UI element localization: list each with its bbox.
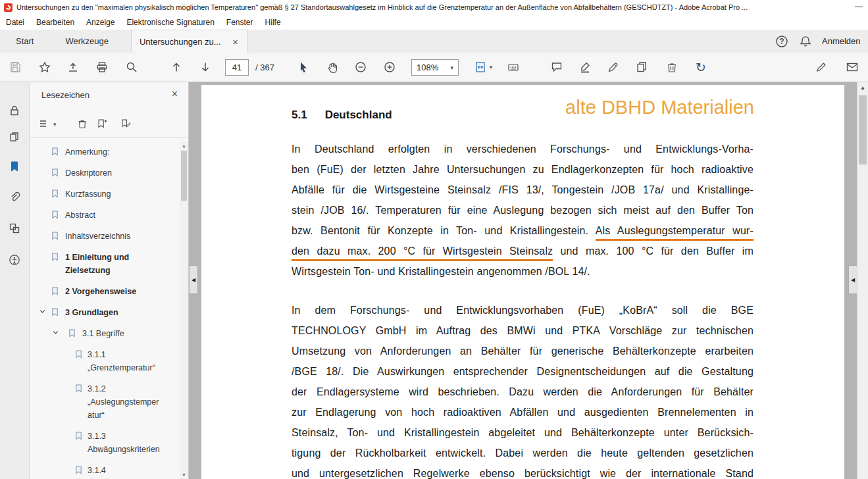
bookmark-item[interactable]: Deskriptoren <box>30 163 179 184</box>
share-button[interactable] <box>62 56 84 78</box>
envelope-icon <box>846 61 859 74</box>
layers-button[interactable] <box>4 218 25 239</box>
document-line: den dazu max. 200 °C für Wirtsgestein St… <box>292 241 753 261</box>
document-line: In Deutschland erfolgten in verschiedene… <box>292 139 753 159</box>
text-run: stein /JOB 16/. Temperaturen für eine Au… <box>292 205 753 216</box>
select-tool-button[interactable] <box>292 56 315 78</box>
bookmark-item[interactable]: Anmerkung: <box>30 141 179 163</box>
sign-button[interactable] <box>602 56 625 78</box>
collapse-right-panel-handle[interactable]: ◀ <box>848 265 857 294</box>
scrollbar-thumb[interactable] <box>859 95 867 164</box>
bookmark-icon <box>74 465 84 475</box>
hand-tool-button[interactable] <box>321 56 344 78</box>
chevron-down-icon: ▾ <box>490 64 493 70</box>
comment-button[interactable] <box>546 56 568 78</box>
bookmark-icon <box>51 210 60 220</box>
scroll-down-icon[interactable]: ▼ <box>180 470 188 479</box>
bookmark-item[interactable]: 3.1.4 <box>30 460 179 479</box>
page-thumbnails-button[interactable] <box>4 126 25 147</box>
tab-document[interactable]: Untersuchungen zu... × <box>131 30 248 53</box>
security-settings-button[interactable] <box>4 100 25 121</box>
new-bookmark-button[interactable] <box>93 114 111 133</box>
scroll-up-icon[interactable]: ▲ <box>857 82 868 93</box>
bookmark-item[interactable]: 1 Einleitung und Zielsetzung <box>30 247 179 281</box>
touch-mode-button[interactable] <box>502 56 524 78</box>
document-line: Umsetzung von Anforderungen an Behälter … <box>292 341 753 361</box>
save-icon <box>9 61 22 74</box>
bookmark-item[interactable]: Kurzfassung <box>30 184 179 205</box>
pages-icon <box>635 61 648 74</box>
section-number: 5.1 <box>292 109 307 122</box>
tab-close-icon[interactable]: × <box>231 36 240 47</box>
bookmark-item[interactable]: 3.1 Begriffe <box>30 323 179 344</box>
menu-item-bearbeiten[interactable]: Bearbeiten <box>30 14 80 30</box>
fit-width-button[interactable]: ▾ <box>468 56 498 78</box>
bookmarks-toolbar: ▾ <box>30 110 188 138</box>
menu-item-hilfe[interactable]: Hilfe <box>259 14 287 30</box>
text-run: und untergesetzlichen Regelwerke ebenso … <box>292 468 753 479</box>
pdf-page: alte DBHD Materialien 5.1Deutschland In … <box>201 85 844 479</box>
star-icon <box>38 61 51 74</box>
menu-item-anzeige[interactable]: Anzeige <box>80 14 120 30</box>
attachments-button[interactable] <box>4 186 25 207</box>
link-tool-button[interactable] <box>810 56 832 78</box>
delete-pages-button[interactable] <box>661 56 683 78</box>
scrollbar-thumb[interactable] <box>181 151 187 201</box>
tab-start[interactable]: Start <box>0 30 49 53</box>
bookmark-label: Deskriptoren <box>65 166 172 180</box>
rotate-pages-button[interactable]: ↻ <box>690 56 712 78</box>
panel-close-icon[interactable]: × <box>172 89 178 99</box>
bookmark-item[interactable]: 3.1.3 Abwägungskriterien <box>30 426 179 460</box>
previous-page-button[interactable] <box>165 56 188 78</box>
text-run: zur Endlagerung von hoch radioaktiven Ab… <box>292 407 753 418</box>
rotate-icon: ↻ <box>696 60 706 75</box>
zoom-out-icon <box>354 61 367 74</box>
menu-item-elektronische-signaturen[interactable]: Elektronische Signaturen <box>120 14 220 30</box>
bookmark-item[interactable]: 3 Grundlagen <box>30 302 179 323</box>
text-run: In dem Forschungs- und Entwicklungsvorha… <box>292 305 753 316</box>
text-run: und max. 100 °C für den Buffer im <box>553 245 753 257</box>
collapse-left-panel-handle[interactable]: ◀ <box>190 265 198 294</box>
tab-werkzeuge[interactable]: Werkzeuge <box>49 30 124 53</box>
print-button[interactable] <box>91 56 113 78</box>
bookmark-item[interactable]: Inhaltsverzeichnis <box>30 226 179 247</box>
document-line: ben (FuE) der letzten Jahre Untersuchung… <box>292 159 753 180</box>
chevron-down-icon[interactable] <box>39 308 47 316</box>
search-button[interactable] <box>120 56 143 78</box>
page-number-input[interactable] <box>225 59 249 76</box>
menu-item-fenster[interactable]: Fenster <box>220 14 259 30</box>
zoom-in-button[interactable] <box>378 56 401 78</box>
minimize-button[interactable]: — <box>851 0 867 14</box>
signin-button[interactable]: Anmelden <box>822 36 868 46</box>
arrow-up-icon <box>170 61 183 74</box>
bookmarks-icon <box>8 160 21 173</box>
zoom-level-control[interactable]: 108% ▾ <box>411 59 459 76</box>
next-page-button[interactable] <box>194 56 217 78</box>
stamps-button[interactable] <box>630 56 653 78</box>
bookmark-item[interactable]: 3.1.2 „Auslegungstemperatur“ <box>30 378 179 426</box>
zoom-out-button[interactable] <box>349 56 372 78</box>
bookmark-item[interactable]: Abstract <box>30 205 179 226</box>
bookmark-item[interactable]: 3.1.1 „Grenztemperatur“ <box>30 344 179 378</box>
bookmark-item[interactable]: 2 Vorgehensweise <box>30 281 179 302</box>
orange-underlined-text: Als Auslegungstemperatur wur- <box>596 225 753 241</box>
delete-bookmark-button[interactable] <box>73 114 91 133</box>
document-line: zur Endlagerung von hoch radioaktiven Ab… <box>292 402 753 422</box>
accessibility-button[interactable] <box>4 249 25 270</box>
bookmark-icon <box>51 168 60 178</box>
bookmarks-scrollbar[interactable]: ▲ ▼ <box>180 141 188 479</box>
highlight-button[interactable] <box>574 56 596 78</box>
bookmarks-panel-button[interactable] <box>4 156 25 177</box>
bookmark-options-button[interactable] <box>35 114 53 133</box>
document-scrollbar[interactable]: ▲ <box>857 82 868 479</box>
edit-bookmark-button[interactable] <box>116 114 135 133</box>
save-button[interactable] <box>4 56 26 78</box>
chevron-down-icon[interactable] <box>52 329 60 337</box>
help-button[interactable]: ? <box>775 34 789 49</box>
favorites-button[interactable] <box>34 56 56 78</box>
menu-item-datei[interactable]: Datei <box>0 14 30 30</box>
scroll-up-icon[interactable]: ▲ <box>180 141 188 150</box>
email-button[interactable] <box>841 56 863 78</box>
notifications-button[interactable] <box>798 34 813 49</box>
hand-icon <box>326 61 339 74</box>
